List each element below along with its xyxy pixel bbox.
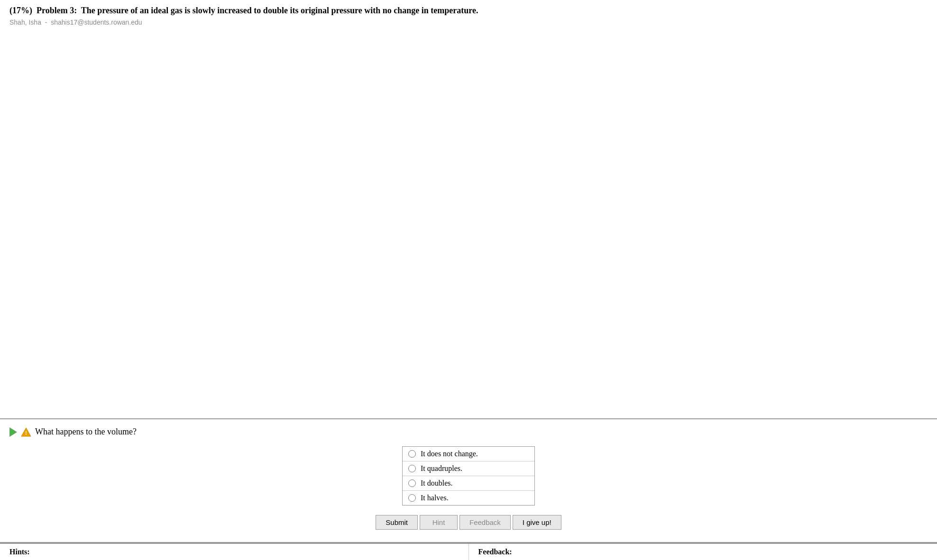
answer-option-3[interactable]: It doubles. [403,476,534,491]
submit-button[interactable]: Submit [376,515,418,530]
answer-option-4[interactable]: It halves. [403,491,534,505]
answer-options: It does not change. It quadruples. It do… [402,446,535,506]
warning-icon: ! [21,427,31,437]
label-opt2[interactable]: It quadruples. [421,464,462,473]
radio-opt4[interactable] [408,494,416,502]
radio-opt1[interactable] [408,450,416,458]
answer-option-2[interactable]: It quadruples. [403,461,534,476]
page-container: (17%) Problem 3: The pressure of an idea… [0,0,937,560]
play-icon[interactable] [9,427,17,437]
student-name: Shah, Isha [9,18,41,26]
problem-text: The pressure of an ideal gas is slowly i… [81,6,478,15]
student-email: shahis17@students.rowan.edu [51,18,142,26]
answer-box: It does not change. It quadruples. It do… [9,446,928,506]
question-section: ! What happens to the volume? It does no… [0,419,937,543]
footer-hints: Hints: [0,544,469,560]
label-opt3[interactable]: It doubles. [421,479,453,488]
footer-section: Hints: Feedback: [0,543,937,560]
question-header: ! What happens to the volume? [9,427,928,437]
hints-label: Hints: [9,548,30,556]
svg-text:!: ! [25,430,27,436]
problem-weight: (17%) [9,6,32,15]
hint-button[interactable]: Hint [420,515,458,530]
problem-number: Problem 3: [37,6,77,15]
problem-section: (17%) Problem 3: The pressure of an idea… [0,0,937,419]
answer-option-1[interactable]: It does not change. [403,447,534,461]
problem-title: (17%) Problem 3: The pressure of an idea… [9,5,928,17]
feedback-button[interactable]: Feedback [459,515,511,530]
feedback-label: Feedback: [478,548,512,556]
give-up-button[interactable]: I give up! [513,515,561,530]
label-opt4[interactable]: It halves. [421,494,449,502]
radio-opt3[interactable] [408,479,416,487]
buttons-row: Submit Hint Feedback I give up! [9,515,928,530]
student-info: Shah, Isha - shahis17@students.rowan.edu [9,18,928,26]
label-opt1[interactable]: It does not change. [421,450,478,458]
footer-feedback: Feedback: [469,544,937,560]
radio-opt2[interactable] [408,465,416,472]
question-text: What happens to the volume? [35,427,137,437]
